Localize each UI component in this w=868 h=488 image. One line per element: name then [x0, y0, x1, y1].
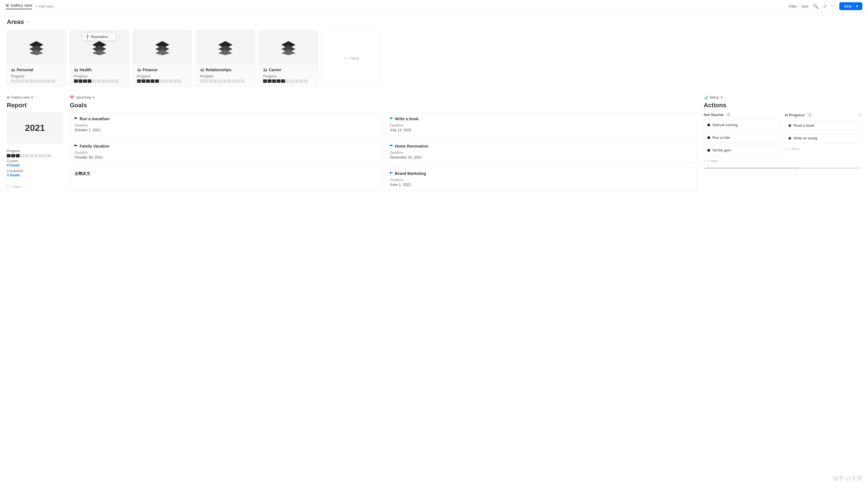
- report-view-header[interactable]: ⊞ Gallery view ▾: [7, 95, 63, 99]
- pb2: [16, 79, 20, 83]
- area-card-name: 🗂 Finance: [137, 67, 188, 72]
- action-item-write-essay[interactable]: Write an essay: [785, 133, 861, 143]
- area-stack-icon: 🗂: [11, 67, 15, 72]
- area-stack-icon: 🗂: [137, 67, 141, 72]
- goal-card-name: Family Vacation: [74, 144, 377, 148]
- report-view-label: Gallery view: [11, 95, 30, 99]
- area-card-name: 🗂 Relationships: [200, 67, 251, 72]
- action-dot: [788, 137, 791, 140]
- more-icon[interactable]: ···: [831, 4, 835, 9]
- action-dot: [788, 124, 791, 127]
- in-progress-new-button[interactable]: + + New: [785, 146, 861, 152]
- actions-status-icon: 📊: [704, 95, 708, 99]
- gallery-view-tab[interactable]: ⊞ Gallery view: [6, 3, 32, 9]
- plus-icon: +: [785, 147, 787, 151]
- pb3: [146, 79, 150, 83]
- goal-card-home-renovation[interactable]: Home Renovation Deadline December 20, 20…: [385, 140, 697, 164]
- report-current-label: Current: [7, 159, 63, 163]
- goal-name: Family Vacation: [80, 144, 110, 148]
- goal-card-chinese[interactable]: 企鹅全文: [70, 167, 382, 191]
- goals-title: Goals: [70, 102, 697, 109]
- reposition-tooltip: ┼ Reposition ···: [83, 33, 116, 40]
- pb9: [173, 79, 177, 83]
- new-dropdown-arrow[interactable]: ▾: [854, 4, 858, 8]
- goal-card-brand-marketing[interactable]: Brand Marketing Deadline June 1, 2022: [385, 167, 697, 191]
- goal-name: 企鹅全文: [74, 171, 90, 176]
- report-new-button[interactable]: + + New: [7, 183, 63, 190]
- area-card-finance[interactable]: 🗂 Finance Progress: [133, 30, 192, 86]
- goal-name: Home Renovation: [395, 144, 429, 148]
- pb7: [227, 79, 231, 83]
- in-progress-add-icon[interactable]: +: [859, 112, 861, 117]
- area-card-image: [259, 30, 318, 64]
- goal-name: Write a book: [395, 117, 418, 121]
- goals-view-header[interactable]: 📅 Upcoming ▾: [70, 95, 697, 99]
- action-label: Read a book: [794, 123, 814, 127]
- progress-label: Progress: [137, 74, 188, 78]
- area-card-health[interactable]: ┼ Reposition ··· 🗂 Health Prog: [70, 30, 129, 86]
- deadline-label: Deadline: [390, 151, 692, 154]
- action-item-run-mile[interactable]: Run a mile: [704, 132, 780, 143]
- goal-card-write-book[interactable]: Write a book Deadline July 13, 2021: [385, 112, 697, 136]
- goal-card-name: Brand Marketing: [390, 171, 692, 176]
- action-label: Hit the gym: [712, 148, 731, 152]
- report-progress-blocks: [7, 154, 63, 157]
- area-card-image: [196, 30, 255, 64]
- pb5: [218, 79, 222, 83]
- actions-view-header[interactable]: 📊 Status ▾: [704, 95, 861, 99]
- reposition-label: Reposition: [91, 35, 108, 39]
- deadline-date: July 13, 2021: [390, 128, 692, 132]
- svg-marker-2: [29, 50, 43, 55]
- rpb7: [34, 154, 38, 157]
- goals-calendar-icon: 📅: [70, 95, 74, 99]
- not-started-new-button[interactable]: + + New: [704, 158, 780, 164]
- goals-view-chevron[interactable]: ▾: [93, 95, 94, 99]
- in-progress-count: 2: [807, 113, 813, 117]
- area-card-career[interactable]: 🗂 Career Progress: [259, 30, 318, 86]
- area-card-relationships[interactable]: 🗂 Relationships Progress: [196, 30, 255, 86]
- rpb2: [11, 154, 15, 157]
- expand-icon[interactable]: ⤢: [823, 4, 827, 9]
- pb4: [151, 79, 154, 83]
- add-view-button[interactable]: + Add view: [35, 4, 53, 8]
- pb9: [299, 79, 303, 83]
- tooltip-more-icon[interactable]: ···: [110, 35, 113, 39]
- goal-flag-icon: [74, 144, 78, 148]
- report-view-chevron[interactable]: ▾: [31, 95, 33, 99]
- filter-button[interactable]: Filter: [789, 4, 797, 8]
- goal-card-family-vacation[interactable]: Family Vacation Deadline October 30, 202…: [70, 140, 382, 164]
- pb3: [83, 79, 87, 83]
- report-year: 2021: [25, 123, 45, 133]
- area-card-name: 🗂 Personal: [11, 67, 62, 72]
- not-started-label: Not Started: [704, 113, 723, 117]
- pb1: [74, 79, 78, 83]
- progress-blocks: [74, 79, 125, 83]
- pb1: [11, 79, 15, 83]
- pb10: [178, 79, 182, 83]
- sort-button[interactable]: Sort: [802, 4, 808, 8]
- areas-more-icon[interactable]: ···: [26, 20, 30, 25]
- area-new-card[interactable]: + + New: [322, 30, 381, 86]
- pb8: [105, 79, 110, 83]
- actions-view-chevron[interactable]: ▾: [721, 95, 722, 99]
- gallery-view-label: Gallery view: [11, 3, 32, 8]
- areas-header: Areas ···: [7, 18, 861, 26]
- pb2: [142, 79, 146, 83]
- pb2: [268, 79, 272, 83]
- pb8: [42, 79, 46, 83]
- action-item-read-book[interactable]: Read a book: [785, 120, 861, 131]
- new-button[interactable]: New ▾: [839, 2, 862, 10]
- scrollbar[interactable]: [704, 168, 861, 169]
- area-card-personal[interactable]: 🗂 Personal Progress: [7, 30, 66, 86]
- goal-card-run-marathon[interactable]: Run a marathon Deadline October 7, 2021: [70, 112, 382, 136]
- search-icon[interactable]: 🔍: [813, 4, 818, 9]
- in-progress-label: In Progress: [785, 113, 805, 117]
- report-stats: Progress Current 4 Goals Completed 3 Goa…: [7, 147, 63, 181]
- action-item-interval-running[interactable]: Interval running: [704, 120, 780, 130]
- action-item-hit-gym[interactable]: Hit the gym: [704, 145, 780, 155]
- area-stack-icon: 🗂: [74, 67, 78, 72]
- pb3: [209, 79, 213, 83]
- area-card-name: 🗂 Health: [74, 67, 125, 72]
- deadline-date: October 7, 2021: [74, 128, 377, 132]
- goal-flag-icon: [390, 172, 393, 175]
